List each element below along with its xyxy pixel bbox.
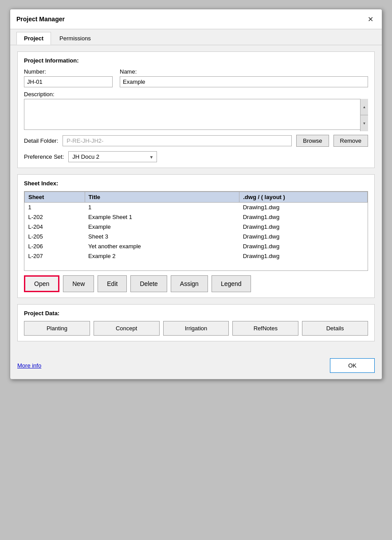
table-row[interactable]: L-205 Sheet 3 Drawing1.dwg — [25, 232, 368, 242]
dwg-cell: Drawing1.dwg — [239, 222, 368, 232]
dwg-cell: Drawing1.dwg — [239, 251, 368, 261]
dwg-cell: Drawing1.dwg — [239, 232, 368, 242]
sheet-action-buttons: Open New Edit Delete Assign Legend — [24, 275, 368, 292]
col-header-title: Title — [85, 192, 239, 203]
project-information-section: Project Information: Number: Name: Descr… — [17, 51, 375, 168]
sheet-cell: L-202 — [25, 212, 85, 222]
number-label: Number: — [24, 68, 113, 75]
more-info-button[interactable]: More info — [17, 362, 41, 369]
sheet-cell: L-205 — [25, 232, 85, 242]
scroll-down-btn[interactable]: ▼ — [361, 115, 368, 131]
name-label: Name: — [120, 68, 368, 75]
irrigation-button[interactable]: Irrigation — [163, 321, 229, 336]
edit-button[interactable]: Edit — [98, 275, 127, 292]
new-button[interactable]: New — [63, 275, 94, 292]
preference-set-label: Preference Set: — [24, 153, 64, 160]
planting-button[interactable]: Planting — [24, 321, 90, 336]
table-row[interactable]: L-204 Example Drawing1.dwg — [25, 222, 368, 232]
sheet-index-section: Sheet Index: Sheet Title .dwg / ( layout… — [17, 174, 375, 298]
title-cell: Example 2 — [85, 251, 239, 261]
dialog-content: Project Information: Number: Name: Descr… — [10, 45, 382, 354]
project-manager-dialog: Project Manager ✕ Project Permissions Pr… — [10, 9, 382, 380]
dwg-cell: Drawing1.dwg — [239, 203, 368, 212]
concept-button[interactable]: Concept — [94, 321, 160, 336]
project-info-title: Project Information: — [24, 57, 368, 64]
dialog-title: Project Manager — [16, 16, 65, 23]
title-cell: Yet another example — [85, 242, 239, 251]
col-header-dwg: .dwg / ( layout ) — [239, 192, 368, 203]
legend-button[interactable]: Legend — [212, 275, 251, 292]
close-button[interactable]: ✕ — [365, 14, 376, 24]
tab-permissions[interactable]: Permissions — [52, 32, 98, 45]
preference-set-select[interactable]: JH Docu 2 JH Docu 1 Default — [68, 151, 157, 162]
dialog-footer: More info OK — [10, 354, 382, 379]
project-data-section: Project Data: Planting Concept Irrigatio… — [17, 304, 375, 341]
table-row[interactable]: 1 1 Drawing1.dwg — [25, 203, 368, 212]
table-row[interactable]: L-202 Example Sheet 1 Drawing1.dwg — [25, 212, 368, 222]
refnotes-button[interactable]: RefNotes — [232, 321, 298, 336]
remove-button[interactable]: Remove — [333, 135, 368, 147]
project-data-title: Project Data: — [24, 310, 368, 317]
title-cell: 1 — [85, 203, 239, 212]
description-textarea[interactable] — [24, 99, 368, 130]
name-input[interactable] — [120, 76, 368, 87]
dwg-cell: Drawing1.dwg — [239, 212, 368, 222]
tabs-bar: Project Permissions — [10, 29, 382, 45]
open-button[interactable]: Open — [24, 275, 59, 292]
detail-folder-path: P-RE-JH-JH2- — [63, 135, 292, 146]
table-row[interactable]: L-207 Example 2 Drawing1.dwg — [25, 251, 368, 261]
description-label: Description: — [24, 91, 368, 98]
tab-project[interactable]: Project — [16, 32, 51, 45]
number-input[interactable] — [24, 76, 113, 87]
scroll-up-btn[interactable]: ▲ — [361, 99, 368, 115]
assign-button[interactable]: Assign — [171, 275, 208, 292]
detail-folder-label: Detail Folder: — [24, 137, 58, 144]
description-scrollbar: ▲ ▼ — [360, 99, 368, 131]
sheet-index-title: Sheet Index: — [24, 180, 368, 187]
browse-button[interactable]: Browse — [296, 135, 329, 147]
sheet-table: Sheet Title .dwg / ( layout ) 1 1 Drawin… — [24, 192, 368, 261]
sheet-cell: L-207 — [25, 251, 85, 261]
ok-button[interactable]: OK — [330, 358, 375, 373]
col-header-sheet: Sheet — [25, 192, 85, 203]
sheet-cell: L-206 — [25, 242, 85, 251]
sheet-cell: L-204 — [25, 222, 85, 232]
dwg-cell: Drawing1.dwg — [239, 242, 368, 251]
delete-button[interactable]: Delete — [130, 275, 167, 292]
details-button[interactable]: Details — [302, 321, 368, 336]
title-cell: Sheet 3 — [85, 232, 239, 242]
sheet-cell: 1 — [25, 203, 85, 212]
title-bar: Project Manager ✕ — [10, 9, 382, 29]
table-row[interactable]: L-206 Yet another example Drawing1.dwg — [25, 242, 368, 251]
project-data-buttons: Planting Concept Irrigation RefNotes Det… — [24, 321, 368, 336]
title-cell: Example Sheet 1 — [85, 212, 239, 222]
sheet-table-wrapper: Sheet Title .dwg / ( layout ) 1 1 Drawin… — [24, 191, 368, 271]
title-cell: Example — [85, 222, 239, 232]
